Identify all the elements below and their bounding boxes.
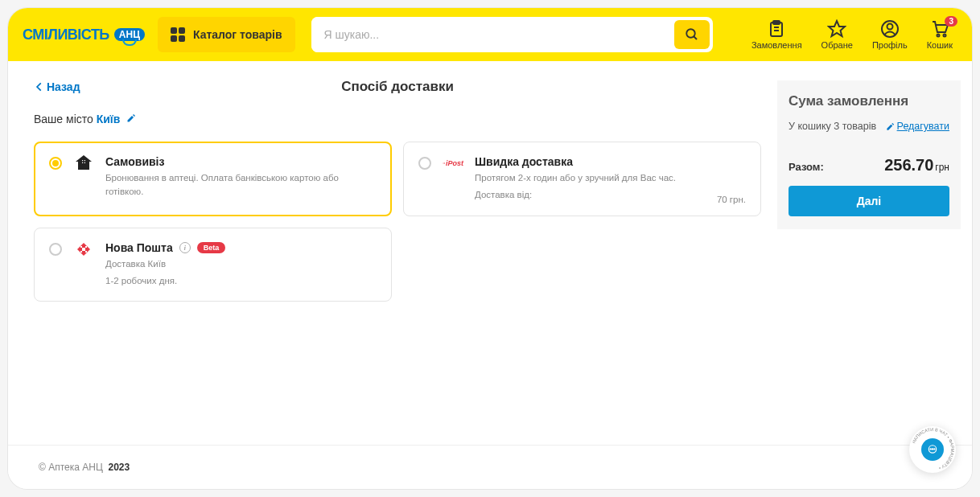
- card-body: Швидка доставка Протягом 2-х годин або у…: [475, 155, 746, 203]
- home-icon: [73, 154, 94, 172]
- info-icon[interactable]: i: [179, 242, 191, 253]
- logo-text: СМІЛИВІСТЬ: [23, 27, 109, 43]
- svg-point-8: [887, 24, 892, 30]
- pickup-title: Самовивіз: [105, 155, 377, 168]
- svg-rect-13: [81, 161, 86, 162]
- svg-marker-14: [80, 243, 87, 248]
- footer-year: 2023: [108, 462, 130, 473]
- back-label: Назад: [47, 80, 80, 93]
- clipboard-icon: [767, 19, 786, 39]
- footer: © Аптека АНЦ 2023: [8, 445, 972, 489]
- radio-unselected: [49, 243, 62, 256]
- np-desc2: 1-2 робочих дня.: [105, 274, 377, 288]
- beta-badge: Beta: [197, 242, 226, 253]
- nav-cart-label: Кошик: [927, 40, 953, 50]
- fast-title: Швидка доставка: [475, 155, 746, 168]
- edit-city-button[interactable]: [126, 113, 136, 125]
- search-button[interactable]: [674, 20, 710, 49]
- pencil-icon: [886, 122, 895, 131]
- chat-widget[interactable]: НАПИСАТИ В ЧАТ • ФАРМАЦЕВТУ •: [909, 426, 956, 473]
- edit-label: Редагувати: [897, 121, 949, 132]
- svg-point-9: [937, 35, 939, 37]
- svg-line-1: [694, 36, 697, 39]
- search-icon: [685, 27, 699, 42]
- novaposhta-icon: [73, 240, 94, 258]
- header: СМІЛИВІСТЬ АНЦ Каталог товарів Замовленн…: [8, 8, 972, 61]
- np-desc1: Доставка Київ: [105, 257, 377, 271]
- total-label: Разом:: [789, 161, 824, 173]
- fast-price: 70 грн.: [717, 195, 746, 204]
- nav-icons: Замовлення Обране Профіль 3 Кошик: [751, 19, 953, 50]
- chat-ring-text: НАПИСАТИ В ЧАТ • ФАРМАЦЕВТУ •: [909, 426, 956, 473]
- order-summary: Сума замовлення У кошику 3 товарів Редаг…: [777, 80, 961, 229]
- total-row: Разом: 256.70грн: [789, 143, 949, 175]
- logo[interactable]: СМІЛИВІСТЬ АНЦ: [23, 27, 145, 43]
- city-prefix: Ваше місто: [34, 113, 97, 125]
- user-icon: [880, 19, 900, 39]
- ipost-icon: iPost: [443, 154, 463, 172]
- fast-from: Доставка від:: [475, 188, 746, 202]
- catalog-label: Каталог товарів: [193, 28, 282, 41]
- svg-point-10: [943, 35, 945, 37]
- svg-text:НАПИСАТИ В ЧАТ • ФАРМАЦЕВТУ •: НАПИСАТИ В ЧАТ • ФАРМАЦЕВТУ •: [911, 427, 955, 471]
- np-title-row: Нова Пошта i Beta: [105, 241, 377, 254]
- grid-icon: [171, 27, 185, 42]
- radio-unselected: [418, 157, 431, 170]
- star-icon: [827, 19, 846, 39]
- nav-profile[interactable]: Профіль: [872, 19, 908, 50]
- nav-cart[interactable]: 3 Кошик: [927, 19, 953, 50]
- nav-orders-label: Замовлення: [751, 40, 802, 50]
- cart-count-text: У кошику 3 товарів: [789, 121, 876, 132]
- chevron-left-icon: [34, 81, 45, 92]
- summary-title: Сума замовлення: [789, 93, 949, 109]
- cart-badge: 3: [945, 16, 957, 27]
- svg-marker-17: [85, 246, 90, 253]
- svg-marker-15: [80, 251, 87, 256]
- search-bar: [311, 17, 713, 52]
- city-row: Ваше місто Київ: [34, 113, 761, 125]
- catalog-button[interactable]: Каталог товарів: [158, 17, 295, 52]
- currency: грн: [935, 162, 949, 173]
- radio-selected: [49, 157, 62, 170]
- svg-point-0: [686, 29, 695, 38]
- pickup-desc: Бронювання в аптеці. Оплата банківською …: [105, 171, 377, 199]
- cart-count-row: У кошику 3 товарів Редагувати: [789, 121, 949, 132]
- fast-desc: Протягом 2-х годин або у зручний для Вас…: [475, 171, 746, 185]
- total-value: 256.70грн: [884, 156, 949, 175]
- delivery-option-novaposhta[interactable]: Нова Пошта i Beta Доставка Київ 1-2 робо…: [34, 228, 392, 302]
- total-amount: 256.70: [884, 156, 933, 174]
- nav-favorites-label: Обране: [821, 40, 853, 50]
- city-link[interactable]: Київ: [97, 113, 121, 125]
- content: Назад Спосіб доставки Ваше місто Київ Са: [8, 61, 972, 302]
- card-body: Самовивіз Бронювання в аптеці. Оплата ба…: [105, 155, 377, 199]
- np-title: Нова Пошта: [105, 241, 173, 254]
- pencil-icon: [126, 113, 136, 123]
- main-column: Назад Спосіб доставки Ваше місто Київ Са: [34, 80, 761, 302]
- svg-marker-16: [77, 246, 82, 253]
- next-button[interactable]: Далі: [789, 186, 949, 216]
- page-title: Спосіб доставки: [34, 79, 761, 95]
- ipost-brand: iPost: [446, 159, 463, 167]
- edit-cart-link[interactable]: Редагувати: [886, 121, 949, 132]
- app-frame: СМІЛИВІСТЬ АНЦ Каталог товарів Замовленн…: [8, 8, 972, 489]
- delivery-option-fast[interactable]: iPost Швидка доставка Протягом 2-х годин…: [403, 142, 761, 216]
- nav-orders[interactable]: Замовлення: [751, 19, 802, 50]
- logo-badge: АНЦ: [114, 28, 145, 41]
- delivery-options: Самовивіз Бронювання в аптеці. Оплата ба…: [34, 142, 761, 302]
- card-body: Нова Пошта i Beta Доставка Київ 1-2 робо…: [105, 241, 377, 289]
- delivery-option-pickup[interactable]: Самовивіз Бронювання в аптеці. Оплата ба…: [34, 142, 392, 216]
- nav-profile-label: Профіль: [872, 40, 908, 50]
- svg-marker-6: [829, 21, 845, 36]
- search-input[interactable]: [311, 17, 671, 52]
- footer-text: © Аптека АНЦ: [39, 462, 103, 473]
- nav-favorites[interactable]: Обране: [821, 19, 853, 50]
